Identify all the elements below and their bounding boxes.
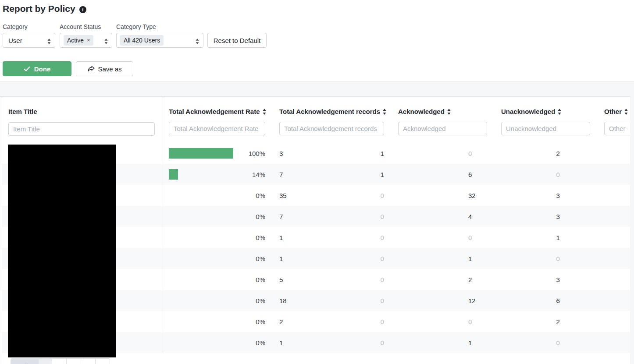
records-cell: 7 <box>279 171 366 178</box>
records-cell: 35 <box>279 192 366 199</box>
unacknowledged-cell: 32 <box>468 192 542 199</box>
pagination-page-2[interactable]: 2 <box>52 358 67 364</box>
row-scroll-pane: 0%1001 <box>163 227 630 248</box>
records-cell: 1 <box>279 234 366 241</box>
category-type-tag: All 420 Users <box>120 35 164 46</box>
acknowledged-column-header[interactable]: Acknowledged <box>398 108 487 115</box>
rate-cell: 0% <box>169 332 265 353</box>
unacknowledged-cell: 1 <box>468 339 542 346</box>
row-scroll-pane: 0%1010 <box>163 332 630 353</box>
unacknowledged-cell: 0 <box>468 150 542 157</box>
save-as-button-label: Save as <box>98 65 121 73</box>
rate-value: 0% <box>256 276 265 283</box>
redacted-region <box>8 145 116 357</box>
done-button[interactable]: Done <box>3 61 71 76</box>
acknowledged-filter-input[interactable] <box>398 122 487 135</box>
page-title-text: Report by Policy <box>3 4 75 14</box>
pagination-page-4[interactable]: 4 <box>81 358 96 364</box>
sort-icon[interactable] <box>624 109 628 115</box>
rate-filter-input[interactable] <box>169 122 265 135</box>
other-cell: 3 <box>556 213 630 220</box>
rate-cell: 0% <box>169 227 265 248</box>
save-as-icon <box>87 66 95 72</box>
chevron-updown-icon <box>196 38 199 46</box>
category-label: Category <box>3 23 28 30</box>
other-filter-input[interactable] <box>604 122 630 135</box>
pagination: Previous 1 2 3 4 5 <box>11 358 110 364</box>
pagination-page-3[interactable]: 3 <box>66 358 81 364</box>
category-select[interactable]: User <box>3 33 55 48</box>
category-select-value: User <box>8 37 22 44</box>
sort-icon[interactable] <box>447 109 451 115</box>
rate-value: 100% <box>249 150 265 157</box>
acknowledged-cell: 0 <box>380 339 454 346</box>
account-status-tag-text: Active <box>67 37 84 44</box>
row-scroll-pane: 0%1010 <box>163 248 630 269</box>
remove-tag-icon[interactable]: × <box>87 37 90 43</box>
unacknowledged-cell: 0 <box>468 318 542 325</box>
rate-value: 0% <box>256 213 265 220</box>
sort-icon[interactable] <box>558 109 561 115</box>
chevron-updown-icon <box>47 38 51 46</box>
pagination-previous-button[interactable]: Previous <box>11 358 39 364</box>
sort-icon[interactable] <box>383 109 386 115</box>
acknowledged-cell: 0 <box>380 255 454 262</box>
page-background-strip <box>630 82 634 364</box>
rate-column-header[interactable]: Total Acknowledgement Rate <box>169 108 265 115</box>
rate-value: 0% <box>256 318 265 325</box>
info-icon[interactable]: i <box>79 6 86 13</box>
other-cell: 0 <box>556 339 630 346</box>
acknowledged-cell: 1 <box>380 150 454 157</box>
other-column-header[interactable]: Other <box>604 108 630 115</box>
row-scroll-pane: 0%180126 <box>163 290 630 311</box>
category-type-select[interactable]: All 420 Users <box>116 33 203 48</box>
acknowledged-cell: 1 <box>380 171 454 178</box>
unacknowledged-filter-input[interactable] <box>501 122 590 135</box>
rate-cell: 14% <box>169 164 265 185</box>
rate-value: 0% <box>256 192 265 199</box>
records-cell: 1 <box>279 255 366 262</box>
records-cell: 7 <box>279 213 366 220</box>
records-cell: 1 <box>279 339 366 346</box>
rate-cell: 100% <box>169 143 265 164</box>
item-title-header-cell: Item Title <box>2 97 163 143</box>
rate-cell: 0% <box>169 269 265 290</box>
sort-icon[interactable] <box>263 109 266 115</box>
records-column-header[interactable]: Total Acknowledgement records <box>279 108 384 115</box>
other-cell: 2 <box>556 150 630 157</box>
acknowledged-cell: 0 <box>380 297 454 304</box>
reset-to-default-button[interactable]: Reset to Default <box>207 33 267 48</box>
done-button-label: Done <box>34 65 51 73</box>
rate-cell: 0% <box>169 290 265 311</box>
records-filter-input[interactable] <box>279 122 384 135</box>
rate-cell: 0% <box>169 185 265 206</box>
unacknowledged-cell: 4 <box>468 213 542 220</box>
category-type-tag-text: All 420 Users <box>124 37 160 44</box>
pagination-page-5[interactable]: 5 <box>95 358 110 364</box>
other-cell: 1 <box>556 234 630 241</box>
account-status-select[interactable]: Active × <box>60 33 112 48</box>
item-title-column-header: Item Title <box>8 108 37 115</box>
rate-bar <box>169 148 233 159</box>
records-cell: 3 <box>279 150 366 157</box>
item-title-filter-input[interactable] <box>8 122 155 136</box>
acknowledged-cell: 0 <box>380 192 454 199</box>
acknowledged-cell: 0 <box>380 318 454 325</box>
row-scroll-pane: 0%7043 <box>163 206 630 227</box>
records-cell: 2 <box>279 318 366 325</box>
other-cell: 3 <box>556 276 630 283</box>
row-scroll-pane: 100%3102 <box>163 143 630 164</box>
rate-cell: 0% <box>169 206 265 227</box>
acknowledged-cell: 0 <box>380 213 454 220</box>
report-table: Item Title Total Acknowledgement Rate To… <box>2 97 630 364</box>
unacknowledged-column-header[interactable]: Unacknowledged <box>501 108 590 115</box>
pagination-page-1[interactable]: 1 <box>38 358 52 364</box>
other-cell: 2 <box>556 318 630 325</box>
row-scroll-pane: 14%7160 <box>163 164 630 185</box>
acknowledged-cell: 0 <box>380 234 454 241</box>
section-divider <box>0 82 634 97</box>
save-as-button[interactable]: Save as <box>76 61 133 76</box>
row-scroll-pane: 0%350323 <box>163 185 630 206</box>
other-cell: 6 <box>556 297 630 304</box>
acknowledged-cell: 0 <box>380 276 454 283</box>
